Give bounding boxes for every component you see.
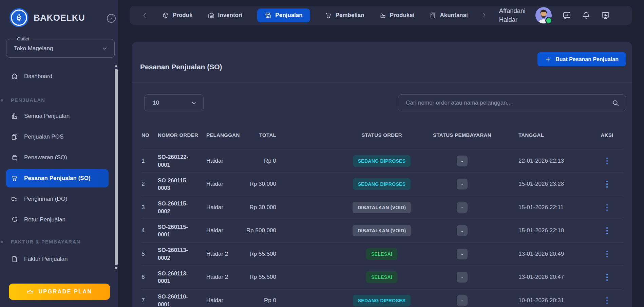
row-number: 7 (141, 297, 158, 304)
page-title: Pesanan Penjualan (SO) (140, 63, 222, 71)
sidebar-item-label: Dashboard (24, 73, 52, 80)
order-date: 15-01-2026 23:28 (512, 181, 590, 187)
table-body: 1 SO-260122-0001 Haidar Rp 0 SEDANG DIPR… (141, 149, 624, 307)
col-header-aksi: AKSI (590, 132, 624, 138)
status-order-badge: SEDANG DIPROSES (353, 295, 411, 306)
row-actions-menu-button[interactable] (604, 225, 610, 236)
avatar[interactable] (535, 7, 552, 24)
status-order-badge: SELESAI (366, 248, 397, 260)
chevron-down-icon (191, 100, 197, 106)
col-header-tanggal: TANGGAL (512, 132, 590, 138)
col-header-status-pembayaran: STATUS PEMBAYARAN (424, 132, 500, 138)
sidebar-item-retur-penjualan[interactable]: Retur Penjualan (6, 211, 109, 229)
row-number: 2 (141, 181, 158, 187)
outlet-label: Outlet (15, 36, 32, 41)
payment-status-badge: - (457, 272, 468, 283)
row-actions-menu-button[interactable] (604, 179, 610, 190)
calculator-icon (429, 12, 436, 19)
row-number: 6 (141, 274, 158, 281)
notifications-bell-button[interactable] (582, 11, 591, 20)
row-actions-menu-button[interactable] (604, 295, 610, 306)
quote-basket-icon (11, 154, 18, 161)
row-actions-menu-button[interactable] (604, 249, 610, 260)
customer-name: Haidar (206, 227, 244, 234)
payment-status-badge: - (457, 156, 468, 166)
outlet-select[interactable]: Outlet Toko Magelang (6, 39, 115, 58)
row-actions-menu-button[interactable] (604, 202, 610, 213)
package-icon (162, 12, 169, 19)
crown-icon (26, 288, 34, 295)
order-date: 10-01-2026 20:31 (512, 297, 590, 304)
order-total: Rp 500.000 (244, 227, 279, 234)
table-row: 2 SO-260115-0003 Haidar Rp 30.000 SEDANG… (141, 173, 624, 196)
create-sales-order-button[interactable]: Buat Pesanan Penjualan (537, 52, 626, 66)
sidebar-scrollbar[interactable] (115, 65, 118, 270)
order-date: 15-01-2026 22:10 (512, 227, 590, 234)
sidebar-item-pengiriman-do[interactable]: Pengiriman (DO) (6, 190, 109, 208)
order-total: Rp 0 (244, 158, 279, 164)
order-number: SO-260115-0003 (158, 177, 206, 192)
order-date: 13-01-2026 20:47 (512, 274, 590, 281)
plus-icon (545, 56, 551, 62)
table-row: 5 SO-260113-0002 Haidar 2 Rp 55.500 SELE… (141, 242, 624, 266)
col-header-nomor-order: NOMOR ORDER (158, 132, 206, 138)
page-size-value: 10 (153, 100, 159, 106)
col-header-no: NO (141, 132, 158, 138)
tab-produksi[interactable]: Produksi (379, 12, 415, 19)
sidebar-item-penjualan-pos[interactable]: Penjualan POS (6, 128, 109, 146)
truck-icon (11, 195, 18, 203)
nav-back-button[interactable] (141, 12, 149, 19)
tab-akuntansi[interactable]: Akuntansi (429, 12, 468, 19)
sidebar-collapse-button[interactable] (107, 14, 116, 23)
tab-penjualan[interactable]: Penjualan (257, 8, 310, 22)
payment-status-badge: - (457, 295, 468, 306)
customer-name: Haidar 2 (206, 251, 244, 257)
row-actions-menu-button[interactable] (604, 272, 610, 283)
sidebar-item-dashboard[interactable]: Dashboard (6, 67, 109, 86)
table-row: 1 SO-260122-0001 Haidar Rp 0 SEDANG DIPR… (141, 149, 624, 173)
search-input[interactable] (405, 99, 612, 107)
brand-name: BAKOELKU (34, 13, 85, 23)
status-order-badge: SELESAI (366, 271, 397, 283)
invoice-icon (11, 255, 18, 263)
chevron-down-icon (101, 45, 108, 52)
sidebar-item-label: Retur Penjualan (24, 216, 65, 223)
pos-copy-icon (11, 133, 18, 141)
customer-name: Haidar (206, 181, 244, 187)
order-number: SO-260115-0002 (158, 200, 206, 215)
svg-text:B: B (17, 14, 21, 21)
row-number: 3 (141, 204, 158, 211)
payment-status-badge: - (457, 249, 468, 259)
scroll-up-arrow[interactable] (115, 65, 117, 67)
home-icon (11, 73, 18, 80)
customer-name: Haidar 2 (206, 274, 244, 281)
bitcoin-logo-icon: B (10, 8, 29, 27)
status-order-badge: DIBATALKAN (VOID) (353, 202, 411, 213)
customer-name: Haidar (206, 158, 244, 164)
page-size-select[interactable]: 10 (144, 94, 204, 111)
order-total: Rp 55.500 (244, 274, 279, 281)
sidebar-item-semua-penjualan[interactable]: Semua Penjualan (6, 107, 109, 125)
sales-orders-table: NO NOMOR ORDER PELANGGAN TOTAL STATUS OR… (141, 121, 624, 307)
upgrade-plan-button[interactable]: UPGRADE PLAN (9, 284, 110, 300)
tab-inventori[interactable]: Inventori (208, 12, 243, 19)
row-actions-menu-button[interactable] (604, 156, 610, 167)
sidebar-item-penawaran-sq[interactable]: Penawaran (SQ) (6, 148, 109, 167)
sidebar-item-faktur-penjualan[interactable]: Faktur Penjualan (6, 250, 109, 268)
table-row: 7 SO-260110-0001 Haidar Rp 0 SEDANG DIPR… (141, 289, 624, 307)
circle-dot-icon (111, 18, 112, 19)
display-mode-button[interactable] (601, 11, 610, 20)
table-row: 6 SO-260113-0001 Haidar 2 Rp 55.500 SELE… (141, 266, 624, 289)
sidebar-section-faktur-pembayaran: FAKTUR & PEMBAYARAN (6, 238, 109, 245)
app-window: B BAKOELKU Outlet Toko Magelang Dashboar… (0, 0, 644, 307)
sidebar-item-pesanan-penjualan-so[interactable]: Pesanan Penjualan (SO) (6, 169, 109, 187)
tab-produk[interactable]: Produk (162, 12, 193, 19)
sidebar-item-label: Penjualan POS (24, 133, 63, 140)
feedback-chat-button[interactable] (562, 11, 571, 20)
scrollbar-thumb[interactable] (115, 69, 118, 265)
search-box (398, 94, 626, 111)
sidebar-item-label: Semua Penjualan (24, 113, 70, 120)
nav-forward-button[interactable] (480, 12, 488, 19)
tab-pembelian[interactable]: Pembelian (325, 12, 364, 19)
scroll-down-arrow[interactable] (115, 267, 117, 270)
